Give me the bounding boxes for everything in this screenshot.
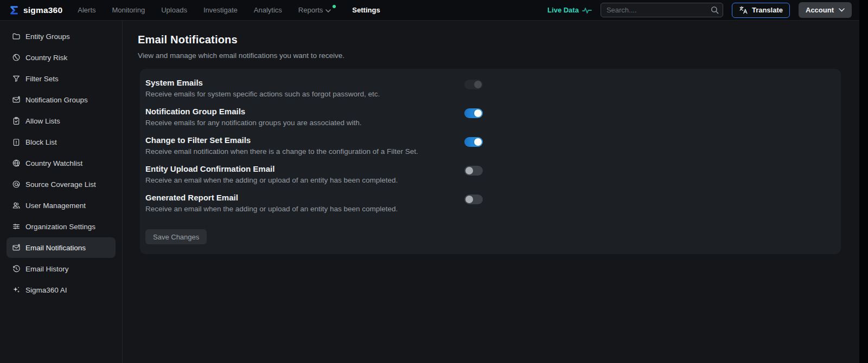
- sidebar-item-country-watchlist[interactable]: Country Watchlist: [7, 153, 116, 173]
- sidebar-item-notification-groups[interactable]: Notification Groups: [7, 89, 116, 110]
- sidebar-item-email-notifications[interactable]: Email Notifications: [7, 237, 116, 258]
- logo[interactable]: sigma360: [8, 4, 62, 16]
- toggle-knob: [465, 196, 473, 203]
- sidebar-item-sigma360-ai[interactable]: Sigma360 AI: [7, 280, 116, 300]
- settings-rows: System Emails Receive emails for system …: [145, 78, 483, 213]
- setting-row-generated-report-email: Generated Report Email Receive an email …: [145, 193, 483, 213]
- chevron-down-icon: [839, 8, 845, 12]
- history-icon: [12, 264, 21, 273]
- sidebar-item-allow-lists[interactable]: Allow Lists: [7, 111, 116, 131]
- setting-description: Receive emails for any notification grou…: [145, 119, 361, 127]
- toggle-knob: [474, 81, 482, 88]
- nav-item-label: Settings: [352, 6, 380, 14]
- sidebar-item-label: Notification Groups: [25, 96, 88, 104]
- globe-grid-icon: [12, 159, 21, 167]
- sidebar-item-label: Allow Lists: [25, 117, 60, 125]
- sidebar-item-label: Email Notifications: [25, 244, 86, 252]
- setting-row-change-to-filter-set-emails: Change to Filter Set Emails Receive emai…: [145, 135, 483, 155]
- page-title: Email Notifications: [138, 34, 868, 46]
- nav-item-uploads[interactable]: Uploads: [161, 6, 187, 14]
- setting-text: Change to Filter Set Emails Receive emai…: [145, 135, 418, 155]
- pulse-icon: [582, 7, 592, 14]
- toggle-knob: [474, 138, 482, 146]
- live-indicator-dot: [333, 5, 336, 8]
- main-nav: Alerts Monitoring Uploads Investigate: [78, 6, 380, 14]
- sidebar-item-country-risk[interactable]: Country Risk: [7, 47, 116, 68]
- translate-label: Translate: [752, 6, 783, 14]
- live-data-indicator: Live Data: [547, 6, 592, 14]
- right-edge-strip: [859, 0, 868, 363]
- toggle-knob: [465, 167, 473, 174]
- nav-item-alerts[interactable]: Alerts: [78, 6, 95, 14]
- globe-icon: [12, 53, 21, 62]
- setting-text: Entity Upload Confirmation Email Receive…: [145, 164, 398, 184]
- nav-item-label: Investigate: [203, 6, 238, 14]
- sidebar-item-organization-settings[interactable]: Organization Settings: [7, 216, 116, 237]
- search-icon[interactable]: [711, 6, 719, 14]
- nav-item-analytics[interactable]: Analytics: [254, 6, 282, 14]
- page-subtitle: View and manage which email notification…: [138, 51, 868, 60]
- sparkles-icon: [12, 286, 21, 294]
- toggle-knob: [474, 109, 482, 117]
- nav-item-settings[interactable]: Settings: [352, 6, 380, 14]
- nav-item-reports[interactable]: Reports: [298, 6, 336, 14]
- setting-text: Notification Group Emails Receive emails…: [145, 107, 361, 127]
- app-shell: Entity Groups Country Risk Filter Sets N…: [0, 21, 868, 363]
- setting-row-system-emails: System Emails Receive emails for system …: [145, 78, 483, 98]
- chevron-down-icon: [326, 9, 331, 12]
- sidebar-item-label: User Management: [25, 202, 86, 210]
- logo-text: sigma360: [23, 5, 62, 15]
- setting-row-notification-group-emails: Notification Group Emails Receive emails…: [145, 107, 483, 127]
- setting-description: Receive an email when the adding or uplo…: [145, 205, 398, 213]
- account-button[interactable]: Account: [799, 2, 852, 18]
- nav-item-label: Uploads: [161, 6, 187, 14]
- save-changes-button[interactable]: Save Changes: [145, 229, 207, 244]
- toggle-switch[interactable]: [464, 166, 483, 176]
- setting-description: Receive emails for system specific actio…: [145, 90, 380, 98]
- sidebar: Entity Groups Country Risk Filter Sets N…: [0, 21, 123, 363]
- translate-icon: [739, 5, 748, 15]
- topbar: sigma360 Alerts Monitoring Uploads: [0, 0, 868, 21]
- toggle-switch[interactable]: [464, 108, 483, 118]
- sidebar-item-label: Entity Groups: [25, 33, 70, 41]
- funnel-icon: [12, 74, 21, 83]
- toggle-switch[interactable]: [464, 195, 483, 204]
- account-label: Account: [806, 6, 834, 14]
- nav-item-investigate[interactable]: Investigate: [203, 6, 238, 14]
- sidebar-item-label: Sigma360 AI: [25, 286, 67, 294]
- topbar-right: Live Data Translate Account: [547, 2, 852, 18]
- folder-icon: [12, 32, 21, 41]
- mail-dot-icon: [12, 243, 21, 252]
- clipboard-check-icon: [12, 116, 21, 125]
- nav-item-label: Alerts: [78, 6, 95, 14]
- main-content: Email Notifications View and manage whic…: [123, 21, 868, 363]
- sidebar-item-email-history[interactable]: Email History: [7, 258, 116, 279]
- swirl-icon: [12, 180, 21, 189]
- sidebar-item-label: Country Risk: [25, 54, 67, 62]
- setting-text: Generated Report Email Receive an email …: [145, 193, 398, 213]
- sidebar-item-filter-sets[interactable]: Filter Sets: [7, 68, 116, 89]
- sidebar-item-label: Filter Sets: [25, 75, 59, 83]
- setting-text: System Emails Receive emails for system …: [145, 78, 380, 98]
- sigma360-logo-icon: [8, 4, 20, 16]
- setting-title: Notification Group Emails: [145, 107, 361, 116]
- search-input[interactable]: [601, 3, 723, 17]
- nav-item-monitoring[interactable]: Monitoring: [112, 6, 145, 14]
- setting-description: Receive an email when the adding or uplo…: [145, 176, 398, 184]
- live-data-label: Live Data: [547, 6, 579, 14]
- nav-item-label: Monitoring: [112, 6, 145, 14]
- setting-title: System Emails: [145, 78, 380, 87]
- setting-row-entity-upload-confirmation-email: Entity Upload Confirmation Email Receive…: [145, 164, 483, 184]
- setting-title: Generated Report Email: [145, 193, 398, 202]
- sidebar-item-entity-groups[interactable]: Entity Groups: [7, 26, 116, 47]
- toggle-switch[interactable]: [464, 80, 483, 89]
- sidebar-item-block-list[interactable]: Block List: [7, 132, 116, 152]
- sidebar-item-user-management[interactable]: User Management: [7, 195, 116, 216]
- setting-title: Entity Upload Confirmation Email: [145, 164, 398, 173]
- sidebar-item-label: Email History: [25, 265, 69, 273]
- mail-dot-icon: [12, 95, 21, 104]
- toggle-switch[interactable]: [464, 137, 483, 147]
- translate-button[interactable]: Translate: [732, 3, 790, 18]
- sidebar-item-source-coverage-list[interactable]: Source Coverage List: [7, 174, 116, 195]
- nav-item-label: Reports: [298, 6, 323, 14]
